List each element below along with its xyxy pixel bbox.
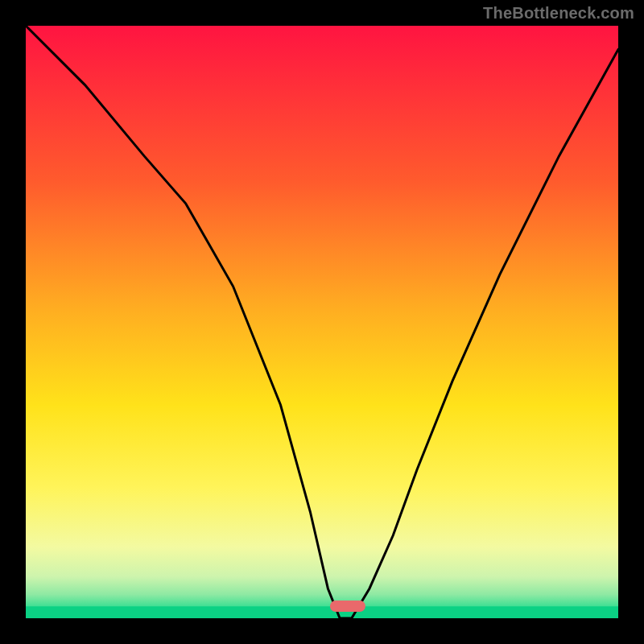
bottom-green-band <box>26 606 618 618</box>
chart-frame: TheBottleneck.com <box>0 0 644 644</box>
gradient-rect <box>26 26 618 618</box>
optimal-marker <box>330 601 365 612</box>
chart-svg <box>26 26 618 618</box>
plot-area <box>26 26 618 618</box>
watermark-text: TheBottleneck.com <box>483 4 634 23</box>
